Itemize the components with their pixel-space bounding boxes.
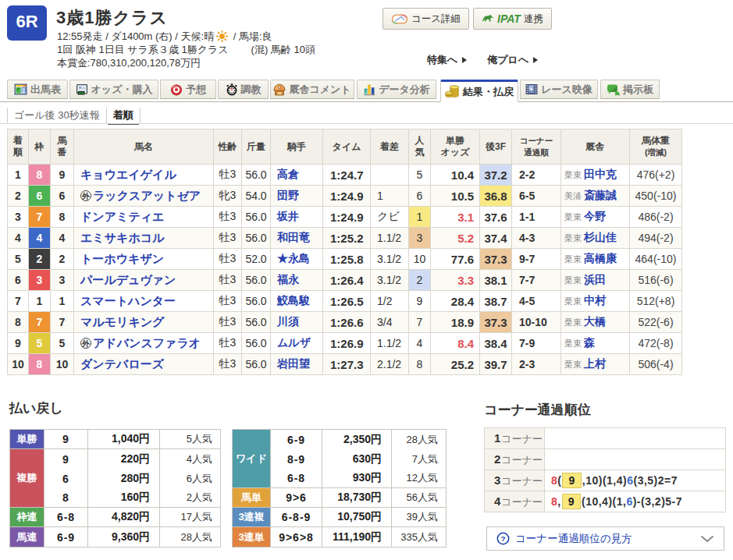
jockey-link[interactable]: ムルザ (277, 336, 311, 349)
tab-label: レース映像 (541, 83, 592, 97)
stable-cell: 栗東浜田 (561, 270, 630, 291)
horse-weight-cell: 494(-2) (630, 228, 682, 249)
sexage-cell: 牝3 (214, 186, 242, 207)
trainer-link[interactable]: 斎藤誠 (584, 189, 617, 201)
waku-badge: 1 (29, 291, 50, 311)
trainer-link[interactable]: 浜田 (584, 273, 606, 285)
tab-レース映像[interactable]: レース映像 (520, 80, 598, 99)
tab-結果・払戻[interactable]: 結果・払戻 (440, 80, 518, 102)
payout-type-label: 馬連 (10, 527, 44, 547)
payout-type-label: 3連複 (233, 508, 271, 527)
trainer-link[interactable]: 中村 (584, 294, 606, 307)
waku-badge: 4 (29, 228, 50, 248)
header-link-1[interactable]: 俺プロへ (487, 53, 538, 67)
jockey-link[interactable]: 岩田望 (277, 357, 310, 370)
trainer-link[interactable]: 田中克 (584, 168, 617, 180)
horse-link[interactable]: パールデュヴァン (80, 273, 176, 286)
umaban-cell: 5 (51, 333, 74, 354)
trainer-link[interactable]: 高橋康 (584, 252, 617, 264)
stable-region: 栗東 (564, 296, 582, 306)
jockey-link[interactable]: ★永島 (277, 252, 310, 264)
results-header: 着順枠馬番馬名性齢斤量騎手タイム着差人気単勝オッズ後3Fコーナー通過順厩舎馬体重… (8, 129, 682, 165)
tab-オッズ・購入[interactable]: オッズ・購入 (69, 80, 158, 99)
jockey-link[interactable]: 福永 (277, 273, 299, 285)
accordion-label: コーナー通過順位の見方 (515, 532, 700, 546)
trainer-link[interactable]: 今野 (584, 210, 606, 222)
weight-cell: 56.0 (242, 333, 271, 354)
header-links: 特集へ俺プロへ (427, 53, 538, 67)
stable-region: 栗東 (564, 360, 582, 369)
horse-link[interactable]: アドバンスファラオ (93, 336, 201, 349)
trainer-link[interactable]: 上村 (584, 357, 606, 370)
horse-link[interactable]: スマートハンター (80, 294, 176, 307)
jockey-link[interactable]: 団野 (277, 189, 299, 201)
header-link-0[interactable]: 特集へ (427, 53, 467, 67)
waku-cell: 8 (29, 354, 51, 375)
odds-cell: 28.4 (431, 291, 480, 312)
tab-データ分析[interactable]: データ分析 (357, 80, 436, 99)
horse-link[interactable]: キョウエイゲイル (80, 168, 176, 181)
rank-cell: 4 (8, 228, 29, 249)
ipat-link-button[interactable]: IPAT 連携 (473, 8, 552, 30)
horse-link[interactable]: トーホウキザン (80, 252, 164, 265)
time-cell: 1:24.9 (323, 186, 371, 207)
tab-label: 出馬表 (30, 83, 61, 97)
payout-amount: 18,730円 (322, 488, 392, 508)
jockey-link[interactable]: 和田竜 (277, 231, 310, 243)
odds-cell: 3.3 (431, 270, 480, 291)
trainer-link[interactable]: 杉山佳 (584, 231, 617, 243)
horse-link[interactable]: ドンアミティエ (80, 210, 164, 223)
tab-予想[interactable]: 予想 (160, 80, 216, 99)
tab-掲示板[interactable]: 掲示板 (600, 80, 660, 99)
horse-weight-cell: 486(-2) (630, 207, 682, 228)
last3f-cell: 36.8 (480, 186, 512, 207)
popularity-cell: 9 (409, 291, 431, 312)
horse-link[interactable]: マルモリキング (80, 315, 164, 328)
result-row-3: 378ドンアミティエ牡356.0坂井1:24.9クビ13.137.61-1栗東今… (8, 207, 682, 228)
corner-sequence-text: (3,5)2=7 (633, 474, 678, 487)
sexage-cell: 牡3 (214, 207, 242, 228)
tab-調教[interactable]: 調教 (218, 80, 269, 99)
stopwatch-icon (226, 83, 238, 96)
waku-badge: 8 (29, 165, 50, 185)
subtab-着順[interactable]: 着順 (106, 108, 141, 123)
corner-order-cell: 4-5 (512, 291, 561, 312)
subtab-ゴール後 30秒速報[interactable]: ゴール後 30秒速報 (7, 108, 106, 123)
odds-monitor-icon (76, 83, 88, 96)
corner-sequence-text: , (557, 495, 560, 508)
col-header-着差: 着差 (371, 129, 409, 165)
jockey-cell: 川須 (271, 312, 323, 333)
subtab-separator-line (0, 123, 733, 124)
time-cell: 1:24.9 (323, 207, 371, 228)
jockey-link[interactable]: 高倉 (277, 168, 299, 180)
horse-link[interactable]: ラックスアットゼア (93, 189, 201, 202)
horse-link[interactable]: エミサキホコル (80, 231, 164, 244)
jockey-link[interactable]: 坂井 (277, 210, 299, 222)
payout-popularity: 12人気 (392, 469, 446, 488)
tab-厩舎コメント[interactable]: 厩舎コメント (270, 80, 354, 99)
jockey-link[interactable]: 川須 (277, 315, 299, 328)
triangle-right-icon (462, 57, 467, 63)
umaban-cell: 10 (51, 354, 74, 375)
horse-link[interactable]: ダンテバローズ (80, 357, 164, 370)
jockey-link[interactable]: 鮫島駿 (277, 294, 310, 307)
tab-出馬表[interactable]: 出馬表 (7, 80, 68, 99)
horse-name-cell: トーホウキザン (74, 249, 214, 270)
waku-badge: 6 (29, 186, 50, 206)
corner-sequence-text: ,10)(1,4) (582, 474, 627, 487)
col-header-後3F: 後3F (480, 129, 512, 165)
col-header-タイム: タイム (323, 129, 371, 165)
trainer-link[interactable]: 大橋 (584, 315, 606, 328)
last3f-cell: 37.3 (480, 312, 512, 333)
race-info: 12:55発走 / ダ1400m (右) / 天候:晴 / 馬場:良 1回 阪神… (57, 30, 315, 69)
corner-guide-accordion[interactable]: ? コーナー通過順位の見方 (486, 526, 724, 551)
horse-weight-cell: 450(-10) (630, 186, 682, 207)
course-detail-button[interactable]: コース詳細 (383, 8, 469, 30)
stable-cell: 栗東森 (561, 333, 630, 354)
popularity-cell: 8 (409, 354, 431, 375)
result-row-9: 955外アドバンスファラオ牡356.0ムルザ1:26.91.1/248.438.… (8, 333, 682, 354)
trainer-link[interactable]: 森 (584, 336, 595, 349)
corner-heading: コーナー通過順位 (484, 401, 591, 419)
payout-amount: 630円 (322, 449, 392, 469)
sexage-cell: 牡3 (214, 249, 242, 270)
